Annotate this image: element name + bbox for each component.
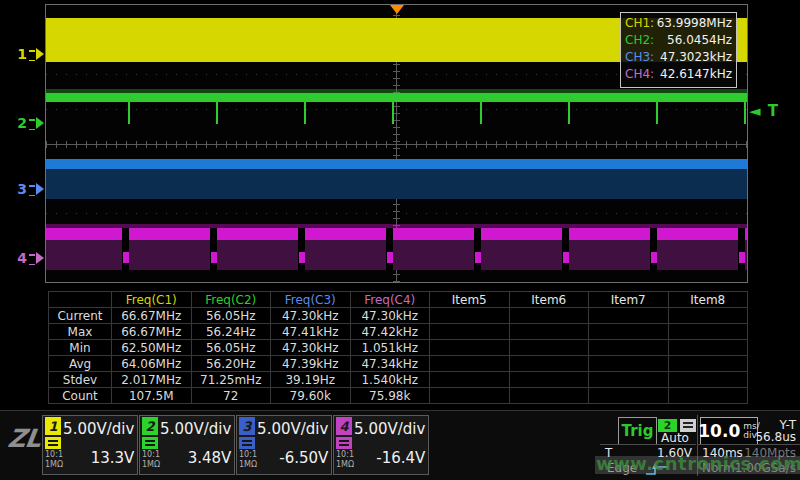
- channel1-badge: 1: [45, 417, 61, 435]
- dc-coupling-icon: [45, 437, 61, 449]
- table-cell: [668, 324, 748, 340]
- channel1-offset: 13.3V: [63, 443, 134, 473]
- channel2-offset: 3.48V: [160, 443, 231, 473]
- table-header-Freq(C4): Freq(C4): [350, 292, 430, 308]
- channel3-position-marker[interactable]: 3: [10, 181, 44, 196]
- table-cell: [430, 356, 510, 372]
- freq-ch1-value: 63.9998MHz: [657, 15, 732, 32]
- channel4-trace-gaps: [46, 228, 747, 272]
- table-cell: [668, 308, 748, 324]
- freq-ch4-label: CH4:: [625, 66, 654, 83]
- table-cell: [589, 372, 669, 388]
- table-cell: 47.30kHz: [271, 308, 351, 324]
- channel4-settings[interactable]: 4 10:1 1MΩ 5.00V/div -16.4V: [333, 415, 429, 475]
- channel4-position-marker[interactable]: 4: [10, 250, 44, 265]
- table-cell: [589, 308, 669, 324]
- dc-coupling-icon: [142, 437, 158, 449]
- channel2-trace-spikes: [46, 102, 747, 124]
- channel3-trace: [46, 159, 747, 169]
- table-cell: 71.25mHz: [191, 372, 271, 388]
- trigger-position-marker[interactable]: [390, 5, 404, 14]
- table-cell: 75.98k: [350, 388, 430, 404]
- channel3-probe-ratio: 10:1: [239, 450, 257, 459]
- table-row: Count107.5M7279.60k75.98k: [49, 388, 748, 404]
- channel2-impedance: 1MΩ: [142, 460, 160, 469]
- channel4-offset: -16.4V: [354, 443, 425, 473]
- arrow-right-icon: [36, 252, 44, 264]
- channel4-marker-number: 4: [17, 250, 27, 266]
- channel1-settings[interactable]: 1 10:1 1MΩ 5.00V/div 13.3V: [42, 415, 138, 475]
- freq-ch3-label: CH3:: [625, 49, 654, 66]
- table-cell: 56.05Hz: [191, 308, 271, 324]
- table-cell: 47.41kHz: [271, 324, 351, 340]
- channel1-impedance: 1MΩ: [45, 460, 63, 469]
- channel1-scale: 5.00V/div: [63, 416, 134, 443]
- table-header-Item5: Item5: [430, 292, 510, 308]
- channel3-marker-number: 3: [17, 181, 27, 197]
- freq-ch2-value: 56.0454Hz: [667, 32, 732, 49]
- divider: [600, 444, 696, 445]
- divider: [698, 444, 800, 445]
- frequency-readout-box: CH1: 63.9998MHz CH2: 56.0454Hz CH3: 47.3…: [620, 12, 737, 88]
- table-cell: [509, 324, 589, 340]
- table-cell: [430, 308, 510, 324]
- table-cell: [668, 372, 748, 388]
- table-cell: [589, 388, 669, 404]
- channel1-probe-ratio: 10:1: [45, 450, 63, 459]
- table-cell: [668, 340, 748, 356]
- table-cell: 62.50MHz: [112, 340, 192, 356]
- freq-ch1-label: CH1:: [625, 15, 654, 32]
- channel1-position-marker[interactable]: 1: [10, 46, 44, 61]
- table-cell: 47.42kHz: [350, 324, 430, 340]
- freq-ch2-label: CH2:: [625, 32, 654, 49]
- channel1-marker-number: 1: [17, 46, 27, 62]
- channel2-scale: 5.00V/div: [160, 416, 231, 443]
- table-cell: 39.19Hz: [271, 372, 351, 388]
- table-row: Avg64.06MHz56.20Hz47.39kHz47.34kHz: [49, 356, 748, 372]
- freq-ch3-value: 47.3023kHz: [660, 49, 732, 66]
- channel3-impedance: 1MΩ: [239, 460, 257, 469]
- table-cell: [430, 324, 510, 340]
- table-cell: 66.67MHz: [112, 308, 192, 324]
- table-cell: [668, 356, 748, 372]
- ground-icon: [29, 119, 35, 130]
- table-cell: [589, 340, 669, 356]
- table-cell: [668, 388, 748, 404]
- channel2-badge: 2: [142, 417, 158, 435]
- channel4-trace-low-blocks: [46, 252, 747, 263]
- table-header-Item8: Item8: [668, 292, 748, 308]
- table-cell: [509, 308, 589, 324]
- dc-coupling-icon: [336, 437, 352, 449]
- channel2-marker-number: 2: [17, 115, 27, 131]
- dc-coupling-icon: [239, 437, 255, 449]
- table-row: Current66.67MHz56.05Hz47.30kHz47.30kHz: [49, 308, 748, 324]
- table-cell: [589, 324, 669, 340]
- channel3-trace-fill: [46, 169, 747, 199]
- table-cell: 1.540kHz: [350, 372, 430, 388]
- table-header-Freq(C2): Freq(C2): [191, 292, 271, 308]
- horizontal-delay: 56.8us: [740, 430, 796, 444]
- table-corner: [49, 292, 112, 308]
- channel4-probe-ratio: 10:1: [336, 450, 354, 459]
- channel3-badge: 3: [239, 417, 255, 435]
- channel2-settings[interactable]: 2 10:1 1MΩ 5.00V/div 3.48V: [139, 415, 235, 475]
- freq-row-ch4: CH4: 42.6147kHz: [625, 66, 732, 83]
- freq-ch4-value: 42.6147kHz: [660, 66, 732, 83]
- table-row-label: Stdev: [49, 372, 112, 388]
- arrow-right-icon: [36, 48, 44, 60]
- trigger-mode[interactable]: Auto: [652, 431, 698, 445]
- trigger-level-marker[interactable]: ◄ T: [749, 102, 779, 120]
- channel2-position-marker[interactable]: 2: [10, 115, 44, 130]
- table-cell: [509, 356, 589, 372]
- table-cell: [430, 340, 510, 356]
- table-cell: 107.5M: [112, 388, 192, 404]
- arrow-right-icon: [36, 117, 44, 129]
- channel3-settings[interactable]: 3 10:1 1MΩ 5.00V/div -6.50V: [236, 415, 332, 475]
- table-cell: [509, 340, 589, 356]
- ground-icon: [29, 254, 35, 265]
- table-cell: 47.39kHz: [271, 356, 351, 372]
- table-cell: 56.20Hz: [191, 356, 271, 372]
- timebase-value: 10.0: [698, 421, 740, 441]
- table-row-label: Max: [49, 324, 112, 340]
- channel2-probe-ratio: 10:1: [142, 450, 160, 459]
